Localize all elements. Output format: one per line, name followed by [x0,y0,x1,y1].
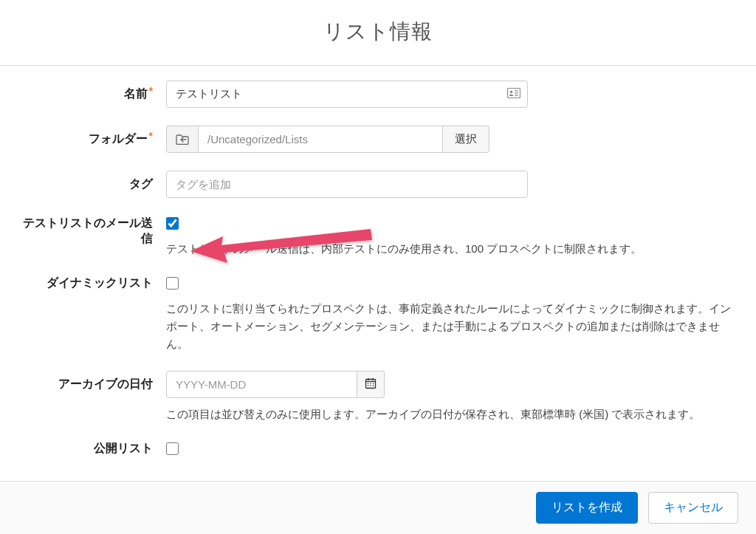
public-list-checkbox[interactable] [166,442,179,455]
help-archive-date: この項目は並び替えのみに使用します。アーカイブの日付が保存され、東部標準時 (米… [166,405,734,423]
svg-point-1 [510,90,513,93]
calendar-button[interactable] [357,371,385,398]
calendar-icon [365,377,377,391]
help-dynamic-list: このリストに割り当てられたプロスペクトは、事前定義されたルールによってダイナミッ… [166,300,734,353]
svg-point-12 [368,385,369,386]
label-test-list-email: テストリストのメール送信 [22,216,166,247]
help-test-list-email: テストリストのメール送信は、内部テストにのみ使用され、100 プロスペクトに制限… [166,240,734,258]
modal-footer: リストを作成 キャンセル [0,481,756,534]
folder-icon [166,126,198,153]
row-name: 名前* [22,81,734,108]
row-test-list-email: テストリストのメール送信 テストリストのメール送信は、内部テストにのみ使用され、… [22,216,734,258]
cancel-button[interactable]: キャンセル [648,492,738,524]
dynamic-list-checkbox[interactable] [166,277,179,290]
modal-body: 名前* フォルダー* [0,66,756,481]
label-folder: フォルダー* [22,126,166,147]
page-title: リスト情報 [0,18,756,46]
id-card-icon [507,88,520,101]
tags-input[interactable] [166,171,528,198]
row-archive-date: アーカイブの日付 この項目は並び替えのみに使用します。アーカイブの日付が保存され… [22,371,734,423]
label-archive-date: アーカイブの日付 [22,371,166,392]
create-list-button[interactable]: リストを作成 [536,492,638,524]
folder-select-button[interactable]: 選択 [443,126,489,153]
name-input[interactable] [166,81,528,108]
required-mark: * [149,85,153,97]
svg-point-14 [373,385,374,386]
archive-date-input[interactable] [166,371,357,398]
row-dynamic-list: ダイナミックリスト このリストに割り当てられたプロスペクトは、事前定義されたルー… [22,275,734,353]
row-tags: タグ [22,171,734,198]
svg-point-13 [370,385,371,386]
label-dynamic-list: ダイナミックリスト [22,275,166,291]
svg-point-10 [370,383,371,384]
row-public-list: 公開リスト [22,441,734,458]
folder-path-input [198,126,443,153]
label-name: 名前* [22,81,166,102]
svg-point-11 [373,383,374,384]
label-public-list: 公開リスト [22,441,166,456]
label-tags: タグ [22,171,166,192]
list-info-modal: リスト情報 名前* フォルダー* [0,0,756,534]
svg-point-9 [368,383,369,384]
row-folder: フォルダー* 選択 [22,126,734,153]
required-mark: * [149,130,153,142]
modal-header: リスト情報 [0,0,756,66]
test-list-email-checkbox[interactable] [166,217,179,230]
